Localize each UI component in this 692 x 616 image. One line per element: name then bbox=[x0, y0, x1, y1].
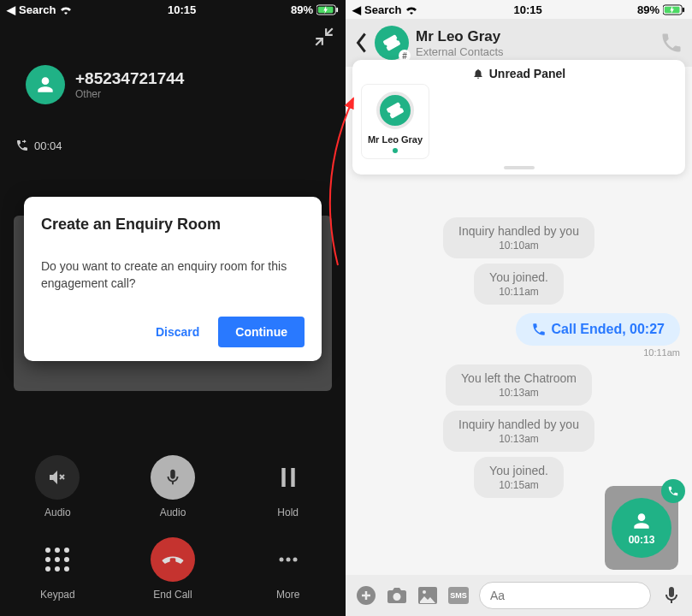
keypad-icon bbox=[45, 548, 69, 572]
svg-rect-3 bbox=[281, 468, 285, 487]
phone-icon[interactable] bbox=[659, 31, 683, 55]
message-timestamp: 10:11am bbox=[358, 347, 680, 358]
unread-panel-label: Unread Panel bbox=[489, 67, 565, 80]
unread-panel[interactable]: Unread Panel Mr Leo Gray bbox=[352, 60, 685, 175]
svg-point-7 bbox=[293, 558, 297, 562]
drag-handle[interactable] bbox=[504, 166, 535, 169]
more-button[interactable]: More bbox=[230, 537, 346, 601]
phone-icon bbox=[667, 485, 679, 497]
plus-circle-icon bbox=[356, 585, 376, 606]
battery-icon bbox=[663, 4, 685, 15]
active-call-pip[interactable]: 00:13 bbox=[605, 486, 678, 570]
person-icon bbox=[34, 74, 56, 96]
sms-button[interactable]: SMS bbox=[448, 585, 469, 606]
discard-button[interactable]: Discard bbox=[144, 317, 211, 347]
microphone-icon bbox=[664, 585, 679, 606]
contact-avatar[interactable]: # bbox=[375, 26, 409, 60]
svg-rect-2 bbox=[336, 7, 338, 12]
microphone-icon bbox=[163, 468, 182, 487]
pip-timer: 00:13 bbox=[629, 534, 655, 546]
minimize-icon[interactable] bbox=[313, 26, 335, 48]
audio-output-button[interactable]: Audio bbox=[0, 455, 115, 518]
call-screen: ◀ Search 10:15 89% +85234721744 Other 00… bbox=[0, 0, 346, 616]
status-bar: ◀ Search 10:15 89% bbox=[0, 0, 346, 19]
system-message: You joined.10:11am bbox=[474, 264, 564, 305]
back-button[interactable] bbox=[354, 31, 368, 55]
bell-icon bbox=[472, 68, 484, 80]
chat-screen: ◀ Search 10:15 89% # Mr Leo Gray Externa… bbox=[346, 0, 692, 616]
pip-phone-badge bbox=[661, 479, 685, 503]
ticket-icon bbox=[387, 102, 404, 119]
message-input-bar: SMS bbox=[346, 575, 692, 616]
call-transfer-icon bbox=[15, 139, 29, 152]
system-message: Inquiry handled by you10:10am bbox=[443, 217, 594, 258]
gallery-button[interactable] bbox=[417, 585, 438, 606]
image-icon bbox=[417, 586, 438, 605]
caller-avatar bbox=[26, 65, 65, 104]
battery-icon bbox=[316, 4, 339, 15]
message-input[interactable] bbox=[479, 582, 651, 609]
camera-icon bbox=[387, 586, 407, 605]
wifi-icon bbox=[405, 4, 418, 15]
voice-button[interactable] bbox=[661, 585, 682, 606]
back-caret: ◀ bbox=[7, 3, 15, 16]
more-icon bbox=[278, 556, 299, 563]
status-back-label[interactable]: Search bbox=[364, 3, 401, 16]
hold-button[interactable]: Hold bbox=[230, 455, 346, 518]
svg-rect-4 bbox=[291, 468, 294, 487]
add-button[interactable] bbox=[356, 585, 376, 606]
call-icon bbox=[531, 322, 547, 337]
online-dot bbox=[393, 148, 398, 153]
svg-rect-10 bbox=[683, 7, 684, 12]
status-battery-pct: 89% bbox=[637, 3, 659, 16]
call-ended-bubble[interactable]: Call Ended, 00:27 bbox=[516, 313, 681, 346]
status-bar: ◀ Search 10:15 89% bbox=[346, 0, 692, 19]
status-time: 10:15 bbox=[168, 3, 196, 16]
wifi-icon bbox=[59, 4, 73, 15]
status-time: 10:15 bbox=[514, 3, 542, 16]
call-duration: 00:04 bbox=[34, 139, 62, 152]
svg-point-13 bbox=[423, 590, 426, 594]
system-message: You left the Chatroom10:13am bbox=[446, 364, 592, 406]
mute-button[interactable]: Audio bbox=[115, 455, 231, 518]
caller-type: Other bbox=[75, 88, 184, 100]
call-controls: Audio Audio Hold Keypad End Call More bbox=[0, 455, 346, 601]
unread-contact-card[interactable]: Mr Leo Gray bbox=[361, 84, 429, 159]
system-message: You joined.10:15am bbox=[474, 457, 564, 498]
speaker-mute-icon bbox=[47, 467, 68, 488]
enquiry-dialog: Create an Enquiry Room Do you want to cr… bbox=[24, 197, 322, 361]
ticket-icon bbox=[383, 34, 400, 51]
pause-icon bbox=[280, 468, 297, 487]
call-timer-row: 00:04 bbox=[15, 139, 346, 152]
unread-card-name: Mr Leo Gray bbox=[365, 134, 425, 145]
status-battery-pct: 89% bbox=[291, 3, 313, 16]
contact-name: Mr Leo Gray bbox=[416, 28, 504, 45]
svg-point-6 bbox=[286, 558, 290, 562]
dialog-title: Create an Enquiry Room bbox=[41, 216, 305, 234]
hangup-icon bbox=[161, 548, 185, 572]
status-back-label[interactable]: Search bbox=[19, 3, 56, 16]
camera-button[interactable] bbox=[387, 585, 407, 606]
caller-info: +85234721744 Other bbox=[26, 65, 346, 104]
keypad-button[interactable]: Keypad bbox=[0, 537, 115, 601]
system-message: Inquiry handled by you10:13am bbox=[443, 411, 594, 452]
dialog-body: Do you want to create an enquiry room fo… bbox=[41, 258, 305, 293]
sms-icon: SMS bbox=[448, 587, 469, 604]
continue-button[interactable]: Continue bbox=[218, 317, 305, 347]
caller-number: +85234721744 bbox=[75, 69, 184, 88]
svg-point-5 bbox=[279, 558, 283, 562]
person-icon bbox=[630, 510, 653, 532]
back-caret: ◀ bbox=[352, 3, 361, 16]
end-call-button[interactable]: End Call bbox=[115, 537, 231, 601]
contact-subtitle: External Contacts bbox=[416, 45, 504, 58]
